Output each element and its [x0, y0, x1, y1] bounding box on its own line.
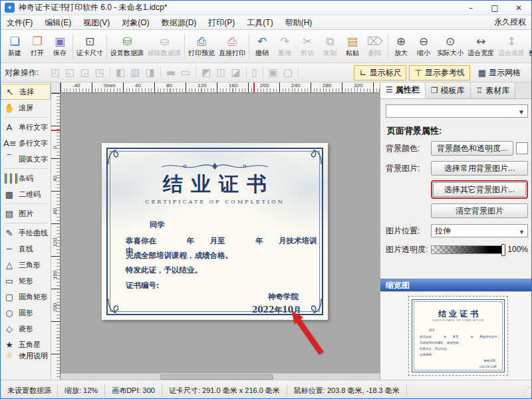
diamond-icon: ◇	[3, 324, 15, 334]
cut-button[interactable]: ✂剪切	[296, 34, 319, 59]
zoom-status: 缩放: 12%	[58, 384, 105, 396]
actual-size-button[interactable]: ⊙实际大小	[435, 34, 466, 59]
tool-image[interactable]: ▤图片	[1, 205, 51, 221]
bg-color-button[interactable]: 背景颜色和透明度...	[431, 141, 513, 156]
paste-icon: ▤	[347, 35, 358, 48]
tool-qrcode[interactable]: ▩二维码	[1, 186, 51, 202]
fit-width-button[interactable]: ↔适合宽度	[466, 34, 496, 59]
tool-rounded-rectangle[interactable]: ▢圆角矩形	[1, 289, 51, 305]
open-button[interactable]: ❐打开	[26, 34, 49, 59]
print-preview-button[interactable]: ⎙打印预览	[186, 34, 217, 59]
select-other-bg-button[interactable]: 选择其它背景图片...	[433, 182, 526, 197]
group-icon[interactable]: ▣	[269, 66, 278, 78]
tool-triangle[interactable]: △三角形	[1, 257, 51, 273]
button-label: 打印预览	[188, 49, 215, 58]
tool-pan[interactable]: ✋滚屏	[1, 100, 51, 116]
menu-view[interactable]: 视图(V)	[77, 15, 116, 30]
certificate-title: 结业证书	[102, 171, 328, 198]
layer-up-icon[interactable]: ◰	[51, 66, 60, 78]
tool-circle[interactable]: ○圆形	[1, 305, 51, 321]
mini-issuer: 神奇学院	[483, 359, 495, 362]
select-common-bg-button[interactable]: 选择常用背景图片...	[431, 161, 528, 176]
ruler-label: 0	[52, 146, 58, 149]
corner-ornament	[306, 149, 322, 165]
menu-tools[interactable]: 工具(T)	[241, 15, 279, 30]
delete-button[interactable]: ⌦删除	[364, 34, 386, 59]
tool-arc-text[interactable]: ⌒圆弧文字	[1, 151, 51, 167]
tool-barcode[interactable]: ║║║条码	[1, 170, 51, 186]
show-guides-toggle[interactable]: ⊤显示参考线	[409, 65, 469, 80]
button-label: 打开	[31, 49, 44, 58]
image-position-select[interactable]: 拉伸▼	[431, 224, 528, 237]
same-size-icon[interactable]: ▯	[252, 66, 257, 78]
menu-help[interactable]: 帮助(H)	[279, 15, 319, 30]
menu-datasource[interactable]: 数据源(D)	[156, 15, 203, 30]
menu-edit[interactable]: 编辑(E)	[39, 15, 77, 30]
ruler-label: 240	[291, 82, 300, 88]
layer-top-icon[interactable]: ◱	[66, 66, 75, 78]
help-label: 使用说明	[19, 351, 48, 361]
slider-handle[interactable]	[501, 244, 505, 256]
menu-file[interactable]: 文件(F)	[1, 15, 39, 30]
zoom-out-button[interactable]: ⊖缩小	[412, 34, 435, 59]
paste-button[interactable]: ▤粘贴	[341, 34, 364, 59]
canvas-area[interactable]: -40 0mm 40 80 120 160 200 240 280 320 0 …	[51, 82, 380, 380]
toolbox-separator	[3, 168, 48, 169]
tool-freehand-curve[interactable]: ✎手绘曲线	[1, 225, 51, 241]
ungroup-icon[interactable]: ▢	[283, 66, 293, 78]
copy-button[interactable]: ⧉复制	[319, 34, 341, 59]
annotation-arrow	[284, 305, 331, 364]
qrcode-icon: ▩	[3, 190, 15, 200]
ruler-label: 120	[198, 82, 206, 88]
card-size-button[interactable]: ⊡证卡尺寸	[74, 34, 105, 59]
horizontal-scrollbar[interactable]	[61, 373, 380, 380]
align-top-icon[interactable]: ◩	[201, 66, 211, 78]
align-left-icon[interactable]: ◧	[116, 66, 125, 78]
align-right-icon[interactable]: ◨	[145, 66, 154, 78]
tool-diamond[interactable]: ◇菱形	[1, 321, 51, 336]
remove-datasource-button[interactable]: ⛀移除数据源	[146, 34, 183, 59]
object-selector-dropdown[interactable]: ▼	[386, 104, 528, 118]
show-ruler-toggle[interactable]: ∟显示标尺	[354, 65, 406, 80]
opacity-slider[interactable]	[431, 245, 505, 254]
show-grid-toggle[interactable]: ▦显示网格	[473, 65, 526, 80]
ruler-label: 80	[52, 208, 58, 214]
certificate-page[interactable]: 结业证书 CERTIFICATE OF COMPLETION 同学 恭喜你在 年…	[102, 143, 328, 320]
maximize-button[interactable]: □	[490, 3, 499, 13]
help-button[interactable]: ☼使用说明	[1, 348, 51, 364]
button-label: 撤销	[255, 49, 269, 58]
align-middle-icon[interactable]: ◫	[216, 66, 225, 78]
tool-multi-line-text[interactable]: A≡多行文字	[1, 135, 51, 151]
same-width-icon[interactable]: ▬	[166, 66, 176, 78]
color-swatch[interactable]	[516, 142, 528, 154]
layer-bottom-icon[interactable]: ◳	[95, 66, 104, 78]
same-height-icon[interactable]: ▭	[181, 66, 190, 78]
redo-button[interactable]: ↷重做	[273, 34, 296, 59]
tool-line[interactable]: ─直线	[1, 241, 51, 257]
button-label: 放大	[394, 49, 408, 58]
tab-properties[interactable]: ☰属性栏	[380, 82, 426, 98]
menu-print[interactable]: 打印(P)	[202, 15, 241, 30]
tool-rectangle[interactable]: ▭矩形	[1, 273, 51, 289]
minimize-button[interactable]: –	[466, 3, 475, 13]
undo-button[interactable]: ↶撤销	[251, 34, 273, 59]
fit-height-button[interactable]: ↕适合高度	[496, 34, 527, 59]
tab-templates[interactable]: ❐模板库	[426, 82, 471, 98]
layer-down-icon[interactable]: ◲	[80, 66, 90, 78]
tool-select[interactable]: ↖选择	[1, 84, 51, 100]
direct-print-button[interactable]: ⎙直接打印	[217, 34, 247, 59]
save-button[interactable]: ▣保存	[49, 34, 71, 59]
close-button[interactable]: ✕	[514, 3, 523, 13]
align-bottom-icon[interactable]: ◪	[231, 66, 240, 78]
tool-single-line-text[interactable]: A单行文字	[1, 119, 51, 135]
clear-bg-button[interactable]: 清空背景图片	[431, 203, 528, 218]
full-page-button[interactable]: ⊞整页显示	[527, 34, 532, 59]
tab-materials[interactable]: ♖素材库	[471, 82, 516, 98]
scrollbar-thumb[interactable]	[160, 374, 273, 380]
new-button[interactable]: ❏新建	[3, 34, 26, 59]
set-datasource-button[interactable]: ⛁设置数据源	[108, 34, 146, 59]
menu-object[interactable]: 对象(O)	[116, 15, 155, 30]
align-center-icon[interactable]: ▥	[130, 66, 140, 78]
resize-grip[interactable]: ⋰	[523, 386, 532, 394]
zoom-in-button[interactable]: ⊕放大	[390, 34, 412, 59]
